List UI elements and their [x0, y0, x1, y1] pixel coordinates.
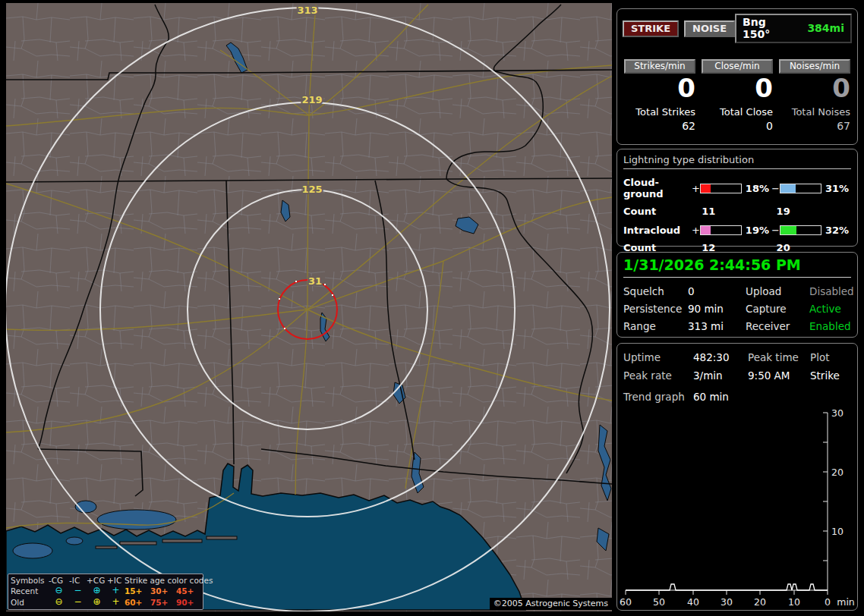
datetime-readout: 1/31/2026 2:44:56 PM: [623, 256, 851, 278]
noises-per-min-value: 0: [779, 75, 850, 102]
capture-label: Capture: [746, 303, 809, 315]
plot-mode-value: Strike: [810, 369, 851, 382]
trend-panel: Uptime 482:30 Peak time Plot Peak rate 3…: [616, 343, 858, 611]
strikes-per-min-button[interactable]: Strikes/min: [624, 59, 695, 74]
cg-positive-count: 11: [702, 206, 776, 217]
counters-panel: STRIKE NOISE Bng 150° 384mi Strikes/min …: [616, 8, 858, 145]
ring-label-313: 313: [297, 5, 317, 16]
cg-negative-count: 19: [777, 206, 851, 217]
cg-positive-bar: [700, 184, 742, 193]
y-tick-30: 30: [831, 407, 844, 419]
age-90: 90+: [176, 598, 199, 607]
cloud-ground-label: Cloud-ground: [623, 177, 692, 200]
neg-cg-old-icon: ⊖: [49, 597, 69, 608]
strikes-per-min-value: 0: [624, 75, 695, 102]
noises-column: Noises/min 0 Total Noises 67: [779, 59, 850, 132]
persistence-value: 90 min: [688, 303, 746, 315]
x-tick-0: 0: [825, 596, 831, 608]
cloud-ground-count-row: Count 11 19: [623, 206, 851, 217]
y-tick-10: 10: [831, 526, 844, 537]
total-noises-label: Total Noises: [779, 106, 850, 118]
total-strikes-value: 62: [624, 120, 695, 132]
uptime-label: Uptime: [623, 351, 693, 363]
plus-sign: +: [692, 183, 700, 194]
bearing-range-readout: Bng 150° 384mi: [735, 14, 852, 43]
uptime-value: 482:30: [693, 351, 748, 363]
ic-negative-pct: 32%: [825, 225, 851, 236]
upload-status: Disabled: [809, 285, 854, 297]
strike-mode-button[interactable]: STRIKE: [623, 20, 679, 37]
ic-positive-bar: [700, 225, 742, 235]
intracloud-label: Intracloud: [623, 225, 692, 236]
x-tick-40: 40: [687, 596, 699, 608]
range-setting-value: 313 mi: [688, 320, 746, 332]
persistence-label: Persistence: [623, 303, 688, 315]
intracloud-row: Intracloud + 19% − 32%: [623, 225, 851, 236]
pos-ic-recent-icon: +: [107, 586, 125, 596]
x-tick-10: 10: [788, 596, 800, 608]
neg-ic-old-icon: −: [69, 597, 87, 608]
ring-label-219: 219: [301, 94, 322, 105]
legend-row-recent-label: Recent: [11, 586, 49, 596]
neg-cg-recent-icon: ⊖: [49, 586, 69, 596]
legend-col-neg-ic: -IC: [69, 576, 87, 585]
ic-negative-bar: [780, 225, 821, 235]
range-label: Range: [623, 320, 688, 332]
ring-label-125: 125: [301, 184, 322, 195]
range-value: 384mi: [807, 22, 844, 34]
minus-sign: −: [771, 225, 780, 236]
plus-sign: +: [692, 225, 700, 236]
minus-sign: −: [771, 183, 780, 194]
strike-map[interactable]: 313 219 125 31 Symbols -CG -IC +CG +IC S…: [6, 3, 612, 611]
noises-per-min-button[interactable]: Noises/min: [779, 59, 850, 74]
cg-count-label: Count: [623, 206, 702, 217]
pos-cg-recent-icon: ⊕: [87, 586, 107, 596]
x-tick-60: 60: [620, 596, 632, 608]
x-axis-unit: min: [837, 596, 855, 608]
plot-label: Plot: [810, 351, 851, 363]
age-30: 30+: [150, 586, 176, 596]
x-tick-20: 20: [754, 596, 766, 608]
total-strikes-label: Total Strikes: [624, 106, 695, 118]
ring-label-31: 31: [308, 275, 322, 287]
neg-ic-recent-icon: −: [69, 586, 87, 596]
total-close-value: 0: [702, 120, 773, 132]
cg-positive-pct: 18%: [746, 183, 771, 194]
peak-rate-label: Peak rate: [623, 369, 693, 382]
noise-mode-button[interactable]: NOISE: [684, 20, 735, 37]
peak-rate-value: 3/min: [693, 369, 748, 382]
ic-positive-pct: 19%: [746, 225, 771, 236]
x-tick-50: 50: [653, 596, 665, 608]
legend-col-pos-ic: +IC: [107, 576, 125, 585]
strike-rate-trace: [626, 584, 828, 590]
receiver-status: Enabled: [809, 320, 854, 332]
peak-time-value: 9:50 AM: [748, 369, 810, 382]
distribution-panel: Lightning type distribution Cloud-ground…: [616, 149, 858, 247]
age-45: 45+: [176, 586, 199, 596]
map-canvas[interactable]: 313 219 125 31: [6, 3, 612, 611]
legend-col-neg-cg: -CG: [49, 576, 69, 585]
copyright-notice: ©2005 Astrogenic Systems: [490, 598, 612, 610]
cloud-ground-row: Cloud-ground + 18% − 31%: [623, 177, 851, 200]
x-tick-30: 30: [721, 596, 733, 608]
squelch-label: Squelch: [623, 285, 688, 297]
cg-negative-pct: 31%: [825, 183, 851, 194]
legend-col-pos-cg: +CG: [87, 576, 107, 585]
pos-cg-old-icon: ⊕: [87, 597, 107, 608]
capture-status: Active: [809, 303, 854, 315]
map-legend: Symbols -CG -IC +CG +IC Strike age color…: [8, 574, 203, 610]
strikes-column: Strikes/min 0 Total Strikes 62: [624, 59, 695, 132]
status-panel: 1/31/2026 2:44:56 PM Squelch 0 Upload Di…: [616, 252, 858, 338]
trend-graph: 30 20 10 60 50 40 30 20 10 0 min: [618, 401, 858, 609]
close-per-min-button[interactable]: Close/min: [702, 59, 773, 74]
app-window: 313 219 125 31 Symbols -CG -IC +CG +IC S…: [0, 0, 864, 616]
close-column: Close/min 0 Total Close 0: [702, 59, 773, 132]
total-close-label: Total Close: [702, 106, 773, 118]
age-60: 60+: [125, 598, 150, 607]
cg-negative-bar: [780, 184, 821, 193]
upload-label: Upload: [746, 285, 809, 297]
pos-ic-old-icon: +: [107, 597, 125, 608]
close-per-min-value: 0: [702, 75, 773, 102]
squelch-value: 0: [688, 285, 746, 297]
legend-symbols-header: Symbols: [11, 576, 49, 585]
